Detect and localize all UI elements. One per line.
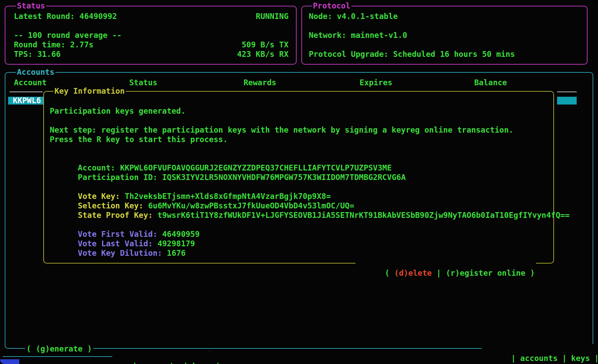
footer-tab-separator: | — [215, 362, 220, 364]
col-header-status: Status — [129, 78, 157, 87]
tab-keys[interactable]: keys — [567, 354, 594, 363]
header-separator-left — [9, 91, 43, 92]
vote-first-valid-row: Vote First Valid:46490959 — [50, 220, 200, 229]
tps: TPS: 31.66 — [14, 49, 61, 59]
participation-id-row: Participation ID:IQSK3IYV2LR5NOXNYVHDFW7… — [50, 163, 406, 173]
node-version: Node: v4.0.1-stable — [309, 12, 398, 21]
participation-id-label: Participation ID: — [78, 173, 157, 182]
vote-key-dilution-label: Vote Key Dilution: — [78, 249, 162, 257]
footer-tabs: |accounts|keys| — [112, 352, 222, 361]
status-panel-title: Status — [16, 1, 46, 10]
tab-separator: | — [511, 354, 516, 363]
rx-rate: 423 KB/s RX — [237, 49, 289, 59]
protocol-panel-title: Protocol — [312, 1, 351, 10]
key-information-dialog: Key Information Participation keys gener… — [43, 91, 554, 264]
delete-button[interactable]: (d)elete — [394, 269, 432, 277]
msg-press-r: Press the R key to start this process. — [50, 135, 228, 144]
register-online-button[interactable]: (r)egister online — [446, 269, 525, 277]
actions-open-paren: ( — [385, 269, 394, 277]
status-panel: Status Latest Round: 46490992 RUNNING --… — [5, 6, 297, 65]
msg-next-step: Next step: register the participation ke… — [50, 125, 513, 135]
vote-last-valid-row: Vote Last Valid:49298179 — [50, 229, 195, 239]
actions-close-paren: ) — [525, 269, 535, 277]
state-proof-key-label: State Proof Key: — [78, 211, 153, 220]
tab-accounts[interactable]: accounts — [516, 354, 562, 363]
msg-keys-generated: Participation keys generated. — [50, 106, 186, 116]
col-header-account: Account — [14, 78, 47, 87]
selected-row-balance-cell[interactable] — [557, 97, 577, 105]
col-header-balance: Balance — [474, 78, 507, 87]
selection-key-row: Selection Key:6u6MvYKu/w8zwPBsstxJ7fkUue… — [50, 191, 354, 201]
vote-key-dilution-row: Vote Key Dilution:1676 — [50, 239, 186, 248]
vote-key-row: Vote Key:Th2veksbETjsmn+Xlds8xGfmpNtA4Vz… — [50, 182, 331, 191]
footer-tab-accounts[interactable]: accounts — [137, 362, 183, 364]
generate-button[interactable]: ( (g)enerate ) — [25, 344, 93, 354]
round-time: Round time: 2.77s — [14, 40, 93, 49]
dialog-actions: ( (d)elete | (r)egister online ) — [355, 259, 536, 268]
node-state-badge: RUNNING — [256, 12, 289, 21]
actions-separator: | — [432, 269, 446, 277]
account-row: Account:KKPWL6OFVUFOAVQGGURJ2EGNZYZZDPEQ… — [50, 154, 392, 163]
col-header-expires: Expires — [360, 78, 392, 87]
bottom-left-blue-artifact — [0, 359, 19, 364]
protocol-upgrade: Protocol Upgrade: Scheduled 16 hours 50 … — [309, 49, 515, 59]
tab-separator: | — [562, 354, 567, 363]
panel-tabs: |accounts|keys| — [482, 344, 598, 354]
participation-id-value: IQSK3IYV2LR5NOXNYVHDFW76MPGW757K3WIIDOM7… — [162, 173, 406, 182]
footer-tab-separator: | — [183, 362, 188, 364]
header-separator-right — [557, 91, 577, 92]
col-header-rewards: Rewards — [244, 78, 276, 87]
latest-round: Latest Round: 46490992 — [14, 12, 117, 21]
round-average-header: -- 100 round average -- — [14, 30, 122, 40]
protocol-panel: Protocol Node: v4.0.1-stable Network: ma… — [301, 6, 588, 65]
terminal-screen: Status Latest Round: 46490992 RUNNING --… — [0, 0, 598, 364]
selected-account-row[interactable]: KKPWL6 — [8, 97, 44, 105]
footer-tab-keys[interactable]: keys — [188, 362, 215, 364]
tx-rate: 509 B/s TX — [242, 40, 289, 49]
key-information-title: Key Information — [53, 86, 126, 96]
footer-tab-separator: | — [132, 362, 137, 364]
network-name: Network: mainnet-v1.0 — [309, 30, 407, 40]
state-proof-key-row: State Proof Key:t9wsrK6tiT1Y8zfWUkDF1V+L… — [50, 201, 570, 210]
selected-account-name[interactable]: KKPWL6 — [13, 96, 41, 105]
tab-separator: | — [594, 354, 598, 363]
vote-key-dilution-value: 1676 — [167, 249, 185, 257]
accounts-panel-title: Accounts — [16, 67, 55, 77]
state-proof-key-value: t9wsrK6tiT1Y8zfWUkDF1V+LJGFYSEOVB1JiA5SE… — [158, 211, 570, 220]
